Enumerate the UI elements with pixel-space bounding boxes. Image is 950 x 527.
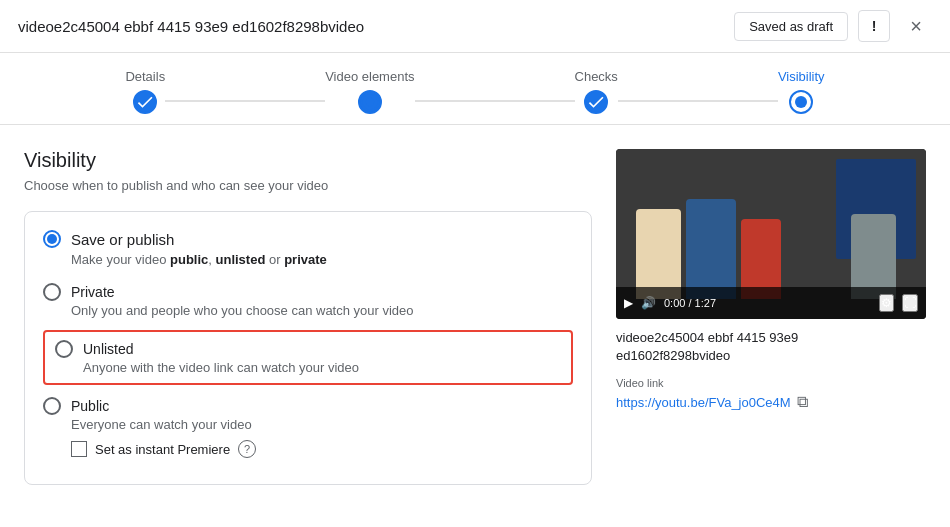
unlisted-radio[interactable] (55, 340, 73, 358)
step-video-elements-label: Video elements (325, 69, 414, 84)
time-total: 1:27 (695, 297, 716, 309)
step-details: Details (125, 69, 165, 114)
help-icon[interactable]: ? (238, 440, 256, 458)
right-panel: ▶ 🔊 0:00 / 1:27 ⚙ ⛶ videoe2c45004 ebbf 4… (616, 149, 926, 523)
public-option: Public Everyone can watch your video Set… (43, 397, 573, 458)
save-publish-label: Save or publish (71, 231, 174, 248)
step-checks-label: Checks (575, 69, 618, 84)
public-desc: Everyone can watch your video (71, 417, 573, 432)
step-checks-circle (584, 90, 608, 114)
top-bar: videoe2c45004 ebbf 4415 93e9 ed1602f8298… (0, 0, 950, 53)
fullscreen-button[interactable]: ⛶ (902, 294, 918, 312)
save-publish-bold3: private (284, 252, 327, 267)
public-radio[interactable] (43, 397, 61, 415)
instant-premiere-row: Set as instant Premiere ? (71, 440, 573, 458)
private-label: Private (71, 284, 115, 300)
save-publish-mid2: or (265, 252, 284, 267)
video-link-label: Video link (616, 377, 926, 389)
instant-premiere-label: Set as instant Premiere (95, 442, 230, 457)
play-button[interactable]: ▶ (624, 296, 633, 310)
time-current: 0:00 (664, 297, 685, 309)
private-option: Private Only you and people who you choo… (43, 283, 573, 318)
step-video-elements-circle (358, 90, 382, 114)
svg-point-1 (366, 98, 374, 106)
left-panel: Visibility Choose when to publish and wh… (24, 149, 592, 523)
video-link-url[interactable]: https://youtu.be/FVa_jo0Ce4M (616, 395, 791, 410)
saved-draft-button[interactable]: Saved as draft (734, 12, 848, 41)
step-video-elements: Video elements (325, 69, 414, 114)
unlisted-radio-row: Unlisted (55, 340, 561, 358)
volume-button[interactable]: 🔊 (641, 296, 656, 310)
unlisted-desc: Anyone with the video link can watch you… (83, 360, 561, 375)
step-line-3 (618, 100, 778, 102)
main-content: Visibility Choose when to publish and wh… (0, 125, 950, 523)
step-visibility-label: Visibility (778, 69, 825, 84)
close-button[interactable]: × (900, 10, 932, 42)
private-radio[interactable] (43, 283, 61, 301)
time-display: 0:00 / 1:27 (664, 297, 716, 309)
public-radio-row: Public (43, 397, 573, 415)
copy-icon[interactable]: ⧉ (797, 393, 808, 411)
save-publish-bold2: unlisted (216, 252, 266, 267)
video-title-text: videoe2c45004 ebbf 4415 93e9 ed1602f8298… (616, 329, 926, 365)
instant-premiere-checkbox[interactable] (71, 441, 87, 457)
step-visibility: Visibility (778, 69, 825, 114)
video-link-row: https://youtu.be/FVa_jo0Ce4M ⧉ (616, 393, 926, 411)
video-controls: ▶ 🔊 0:00 / 1:27 ⚙ ⛶ (616, 287, 926, 319)
visibility-title: Visibility (24, 149, 592, 172)
save-publish-radio[interactable] (43, 230, 61, 248)
private-desc: Only you and people who you choose can w… (71, 303, 573, 318)
step-line-1 (165, 100, 325, 102)
step-line-2 (415, 100, 575, 102)
unlisted-label: Unlisted (83, 341, 134, 357)
figure-2 (686, 199, 736, 299)
warn-icon: ! (872, 18, 877, 34)
dialog-title: videoe2c45004 ebbf 4415 93e9 ed1602f8298… (18, 18, 364, 35)
step-details-circle (133, 90, 157, 114)
save-publish-mid1: , (208, 252, 215, 267)
step-details-label: Details (125, 69, 165, 84)
private-radio-row: Private (43, 283, 573, 301)
save-publish-bold1: public (170, 252, 208, 267)
step-visibility-circle (789, 90, 813, 114)
steps-bar: Details Video elements Checks Visibility (0, 53, 950, 125)
public-label: Public (71, 398, 109, 414)
options-box: Save or publish Make your video public, … (24, 211, 592, 485)
settings-button[interactable]: ⚙ (879, 294, 894, 312)
figure-1 (636, 209, 681, 299)
warn-icon-button[interactable]: ! (858, 10, 890, 42)
save-publish-header: Save or publish (43, 230, 573, 248)
save-publish-desc: Make your video public, unlisted or priv… (71, 252, 573, 267)
top-bar-actions: Saved as draft ! × (734, 10, 932, 42)
visibility-subtitle: Choose when to publish and who can see y… (24, 178, 592, 193)
save-publish-desc-prefix: Make your video (71, 252, 170, 267)
step-checks: Checks (575, 69, 618, 114)
unlisted-option: Unlisted Anyone with the video link can … (43, 330, 573, 385)
video-preview: ▶ 🔊 0:00 / 1:27 ⚙ ⛶ (616, 149, 926, 319)
